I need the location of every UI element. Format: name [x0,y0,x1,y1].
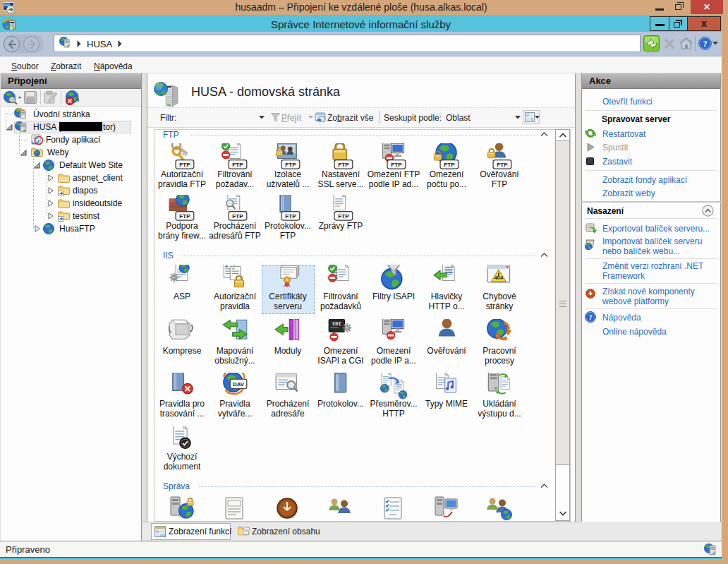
svg-text:?: ? [703,39,707,49]
svg-text:DAV: DAV [233,381,245,388]
svg-text:CGI: CGI [332,321,341,327]
svg-text:?: ? [588,313,592,321]
